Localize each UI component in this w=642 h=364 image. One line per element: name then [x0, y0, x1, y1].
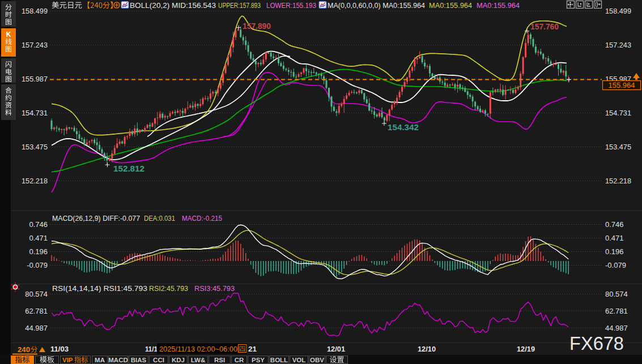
svg-text:PSY: PSY: [252, 357, 265, 363]
svg-text:VOL: VOL: [292, 357, 306, 363]
svg-text:-0.079: -0.079: [605, 261, 626, 269]
svg-text:UPPER:157.893: UPPER:157.893: [218, 1, 261, 10]
svg-text:158.499: 158.499: [605, 7, 631, 15]
svg-text:MA(0,0,0,60,0,0) MA0:155.964: MA(0,0,0,60,0,0) MA0:155.964: [328, 1, 425, 10]
svg-text:158.499: 158.499: [22, 7, 48, 15]
svg-text:2025/11/13 02:00~06:00: 2025/11/13 02:00~06:00: [159, 345, 237, 353]
svg-text:154.731: 154.731: [605, 109, 631, 117]
svg-text:VIP: VIP: [62, 357, 73, 363]
svg-text:11/1: 11/1: [145, 345, 158, 353]
svg-text:11/03: 11/03: [50, 345, 69, 353]
svg-text:MA0:155.964: MA0:155.964: [429, 1, 472, 10]
svg-text:80.574: 80.574: [25, 290, 48, 298]
svg-text:240: 240: [18, 345, 30, 354]
svg-text:12/01: 12/01: [327, 345, 345, 353]
svg-text:MA: MA: [95, 357, 105, 363]
svg-text:0.746: 0.746: [605, 220, 624, 229]
svg-text:155.987: 155.987: [22, 75, 48, 83]
svg-text:RSI: RSI: [214, 357, 225, 363]
svg-text:155.964: 155.964: [609, 81, 635, 89]
svg-text:BOLL(20,2) MID:156.543: BOLL(20,2) MID:156.543: [130, 1, 216, 10]
svg-text:DEA:0.031: DEA:0.031: [144, 214, 175, 222]
svg-text:0.471: 0.471: [605, 234, 624, 242]
svg-text:BOLL: BOLL: [270, 357, 288, 363]
svg-text:154.342: 154.342: [388, 123, 419, 132]
svg-text:-0.079: -0.079: [27, 261, 48, 269]
svg-text:KDJ: KDJ: [172, 357, 185, 363]
svg-text:62.781: 62.781: [25, 307, 48, 315]
svg-text:BIAS: BIAS: [131, 357, 147, 363]
svg-text:12/19: 12/19: [517, 345, 535, 353]
svg-text:K: K: [6, 31, 11, 38]
svg-text:154.731: 154.731: [22, 109, 48, 117]
svg-text:153.475: 153.475: [22, 143, 48, 151]
svg-text:152.218: 152.218: [605, 177, 631, 185]
svg-text:FX678: FX678: [569, 333, 624, 354]
svg-text:21: 21: [248, 345, 257, 353]
svg-text:44.987: 44.987: [605, 324, 628, 332]
svg-text:MA0:155.964: MA0:155.964: [477, 1, 520, 10]
svg-text:RSI(14,14,14) RSI1:45.793: RSI(14,14,14) RSI1:45.793: [52, 284, 147, 293]
svg-text:MACD:-0.215: MACD:-0.215: [182, 214, 222, 222]
svg-text:RSI3:45.793: RSI3:45.793: [194, 284, 235, 293]
svg-text:152.218: 152.218: [22, 177, 48, 185]
svg-text:44.987: 44.987: [25, 324, 48, 332]
svg-text:157.243: 157.243: [22, 41, 48, 49]
svg-text:0.196: 0.196: [29, 247, 48, 256]
svg-text:157.243: 157.243: [605, 41, 631, 49]
svg-text:80.574: 80.574: [605, 290, 628, 298]
svg-text:152.812: 152.812: [113, 164, 144, 173]
svg-text:OBV: OBV: [310, 357, 324, 363]
svg-text:MACD: MACD: [108, 357, 128, 363]
svg-text:0.471: 0.471: [29, 234, 48, 242]
svg-text:12/10: 12/10: [418, 345, 436, 353]
svg-text:157.760: 157.760: [530, 22, 559, 31]
svg-text:153.475: 153.475: [605, 143, 631, 151]
svg-text:RSI2:45.793: RSI2:45.793: [149, 284, 188, 293]
svg-text:0.746: 0.746: [29, 220, 48, 229]
svg-text:0.196: 0.196: [605, 247, 624, 256]
svg-text:CR: CR: [235, 357, 244, 363]
svg-text:157.890: 157.890: [243, 22, 271, 31]
svg-text:LOWER:155.193: LOWER:155.193: [266, 1, 316, 10]
svg-text:CCI: CCI: [153, 357, 164, 363]
svg-text:LW&: LW&: [191, 357, 206, 363]
svg-text:MACD(26,12,9) DIFF:-0.077: MACD(26,12,9) DIFF:-0.077: [52, 214, 140, 222]
svg-text:62.781: 62.781: [605, 307, 628, 315]
